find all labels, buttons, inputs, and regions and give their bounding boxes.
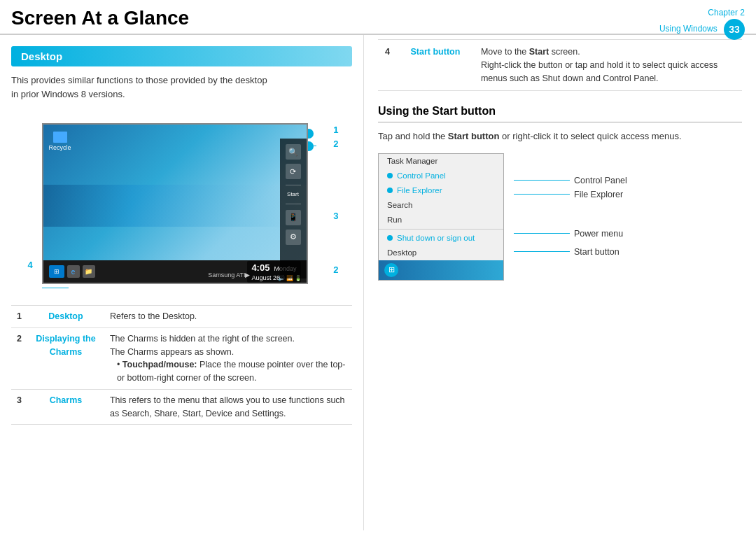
section-description: Tap and hold the Start button or right-c… (378, 129, 742, 143)
callout-line-fe (514, 194, 570, 195)
row-desc: Move to the Start screen. Right-click th… (474, 40, 742, 91)
callout-line-cp (514, 180, 570, 181)
menu-item-task-manager: Task Manager (379, 154, 503, 169)
row-desc: The Charms is hidden at the right of the… (104, 327, 352, 389)
page-title: Screen At a Glance (11, 7, 189, 29)
clock-time: 4:05 (251, 262, 270, 273)
desktop-icon: Recycle (49, 132, 71, 151)
row-num: 2 (11, 327, 27, 389)
callout-line-sb (514, 251, 570, 252)
desktop-screen: ⊞ e 📁 4:05 MondayAugust 26 Samsung ATI▶ … (42, 123, 308, 284)
callout-row-pm: Power menu (514, 229, 627, 239)
charm-share: ⟳ (286, 164, 301, 179)
right-column: 4 Start button Move to the Start screen.… (364, 35, 756, 530)
menu-divider (379, 229, 503, 230)
label-1: 1 (333, 125, 338, 135)
start-button-section: Using the Start button Tap and hold the … (378, 105, 742, 281)
chapter-badge: 33 (724, 19, 745, 40)
label-2-bottom: 2 (333, 265, 338, 275)
callout-label-pm: Power menu (574, 229, 623, 239)
row-num: 1 (11, 306, 27, 328)
callout-row-sb: Start button (514, 247, 627, 257)
charm-divider (286, 185, 301, 185)
right-info-table: 4 Start button Move to the Start screen.… (378, 39, 742, 91)
section-title: Using the Start button (378, 105, 742, 118)
callout-lines-group: Control Panel File Explorer Power menu (514, 163, 627, 257)
taskbar: ⊞ e 📁 4:05 MondayAugust 26 Samsung ATI▶ … (43, 260, 307, 283)
row-label: Desktop (27, 306, 104, 328)
row-label: Charms (27, 389, 104, 425)
menu-item-search: Search (379, 198, 503, 213)
chapter-info: Chapter 2 Using Windows 33 (659, 7, 745, 40)
menu-item-run: Run (379, 213, 503, 227)
context-menu-container: Task Manager Control Panel File Explorer… (378, 153, 504, 281)
menu-bottom-bar: ⊞ (379, 260, 503, 280)
callout-label-sb: Start button (574, 247, 620, 257)
start-icon: ⊞ (49, 265, 64, 278)
label-4: 4 (28, 260, 33, 270)
folder-icon: 📁 (83, 265, 95, 278)
callout-label-cp: Control Panel (574, 176, 627, 185)
menu-item-control-panel: Control Panel (379, 169, 503, 183)
charm-settings: ⚙ (286, 230, 301, 245)
charm-divider2 (286, 204, 301, 204)
callout-label-fe: File Explorer (574, 190, 623, 199)
table-row: 4 Start button Move to the Start screen.… (378, 40, 742, 91)
label-3: 3 (333, 211, 338, 221)
label-2-top: 2 (333, 139, 338, 149)
desktop-section-header: Desktop (11, 46, 352, 66)
table-row: 2 Displaying theCharms The Charms is hid… (11, 327, 352, 389)
menu-item-shutdown: Shut down or sign out (379, 231, 503, 246)
row-label: Displaying theCharms (27, 327, 104, 389)
menu-item-file-explorer: File Explorer (379, 183, 503, 198)
table-row: 3 Charms This refers to the menu that al… (11, 389, 352, 425)
section-divider (378, 122, 742, 122)
brand-label: Samsung ATI▶ (208, 271, 250, 278)
chapter-sub: Using Windows (659, 24, 718, 34)
callout-line-pm (514, 233, 570, 234)
windows-logo: ⊞ (384, 263, 398, 277)
menu-item-desktop: Desktop (379, 246, 503, 260)
row-desc: Refers to the Desktop. (104, 306, 352, 328)
row-num: 3 (11, 389, 27, 425)
charm-search: 🔍 (286, 144, 301, 160)
charms-bar: 🔍 ⟳ Start 📱 ⚙ (280, 139, 307, 278)
desktop-info-table: 1 Desktop Refers to the Desktop. 2 Displ… (11, 305, 352, 425)
callout-labels-container: Control Panel File Explorer Power menu (514, 153, 627, 257)
left-column: Desktop This provides similar functions … (0, 35, 364, 530)
context-menu: Task Manager Control Panel File Explorer… (378, 153, 504, 281)
row-num: 4 (378, 40, 397, 91)
ie-icon: e (67, 265, 80, 278)
start-button-diagram: Task Manager Control Panel File Explorer… (378, 153, 742, 281)
main-content: Desktop This provides similar functions … (0, 35, 756, 530)
desktop-mockup: 1 2 3 4 2 ⊞ e (21, 109, 343, 298)
charm-devices: 📱 (286, 210, 301, 225)
callout-line-4 (42, 288, 69, 288)
row-desc: This refers to the menu that allows you … (104, 389, 352, 425)
table-row: 1 Desktop Refers to the Desktop. (11, 306, 352, 328)
page-header: Screen At a Glance Chapter 2 Using Windo… (0, 0, 756, 35)
desktop-description: This provides similar functions to those… (11, 73, 352, 101)
charm-start-label: Start (287, 191, 299, 198)
chapter-label: Chapter 2 (708, 8, 745, 17)
callout-row-fe: File Explorer (514, 190, 627, 199)
row-label: Start button (397, 40, 474, 91)
taskbar-icons: ⊞ e 📁 (49, 265, 95, 278)
callout-row-cp: Control Panel (514, 176, 627, 185)
